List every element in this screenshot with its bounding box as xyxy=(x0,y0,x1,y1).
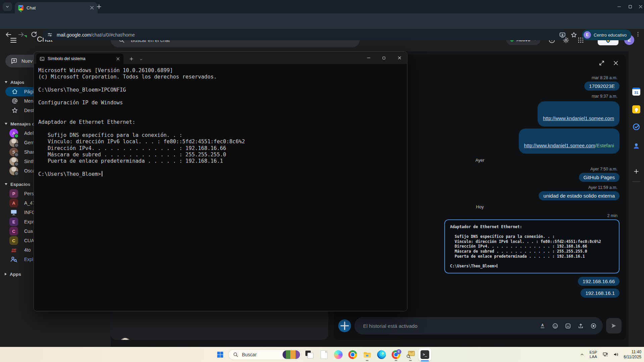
bookmark-icon[interactable] xyxy=(571,32,577,38)
network-icon[interactable] xyxy=(602,352,608,357)
compose-add-button[interactable] xyxy=(338,319,351,332)
contacts-icon[interactable] xyxy=(632,142,640,150)
sidebar-item-label: Pági xyxy=(24,89,34,94)
message-link-suffix[interactable]: /Estefani xyxy=(595,143,614,148)
star-icon xyxy=(11,107,18,114)
terminal-tab-dropdown-icon[interactable] xyxy=(139,58,143,61)
address-bar[interactable]: mail.google.com/chat/u/0/#chat/home xyxy=(42,29,566,40)
compose-bar: A xyxy=(338,317,622,334)
message-bubble[interactable]: 17092023E xyxy=(584,82,620,91)
terminal-new-tab-icon[interactable] xyxy=(129,56,134,61)
keep-icon[interactable] xyxy=(632,105,640,113)
gif-sticker-icon[interactable] xyxy=(565,323,571,329)
message-bubble[interactable]: unidad de estado solido externa xyxy=(539,191,620,200)
message-bubble[interactable]: GitHub Pages xyxy=(579,173,620,182)
install-app-icon[interactable] xyxy=(559,32,566,38)
message-input[interactable] xyxy=(362,323,533,329)
tab-close-icon[interactable] xyxy=(90,5,94,10)
message-code-block[interactable]: Adaptador de Ethernet Ethernet: Sufijo D… xyxy=(444,219,620,273)
reload-icon[interactable] xyxy=(30,31,38,38)
tasks-icon[interactable] xyxy=(632,123,640,131)
terminal-maximize-button[interactable] xyxy=(376,52,392,64)
window-minimize-button[interactable] xyxy=(617,4,622,9)
chat-list-row[interactable]: Me parece bastante bien xyxy=(111,337,328,340)
message-link-card[interactable]: http://www.kndaniel1.somee.com/Estefani xyxy=(519,128,620,154)
avatar: S xyxy=(9,148,18,156)
terminal-output[interactable]: Microsoft Windows [Versión 10.0.26100.68… xyxy=(34,64,407,311)
language-indicator[interactable]: ESP LAA xyxy=(589,350,597,359)
clock[interactable]: 11:40 6/11/2025 xyxy=(624,350,642,360)
message-bubble[interactable]: 192.168.16.66 xyxy=(578,277,620,286)
message-timestamp: mar 9:37 a.m. xyxy=(592,94,617,99)
get-addons-icon[interactable] xyxy=(633,168,640,175)
browser-tab-chat[interactable]: Chat xyxy=(15,2,98,13)
avatar xyxy=(9,157,18,166)
close-panel-icon[interactable] xyxy=(613,60,619,66)
tray-hidden-icons-chevron[interactable] xyxy=(580,352,584,357)
taskbar-notepad[interactable] xyxy=(317,348,330,361)
window-close-button[interactable] xyxy=(638,4,643,9)
taskbar-edge[interactable] xyxy=(375,348,388,361)
folder-icon xyxy=(363,350,371,359)
back-icon[interactable] xyxy=(5,31,12,38)
upload-file-icon[interactable] xyxy=(578,323,584,329)
chat-favicon-icon xyxy=(18,5,23,10)
space-avatar: P xyxy=(9,189,18,198)
taskbar-copilot[interactable] xyxy=(332,348,345,361)
terminal-tab[interactable]: Símbolo del sistema xyxy=(36,53,123,64)
calendar-icon[interactable]: 31 xyxy=(632,88,640,96)
text-format-icon[interactable]: A xyxy=(539,323,546,329)
new-chat-label: Nuev xyxy=(21,58,33,64)
new-tab-button[interactable] xyxy=(96,3,102,10)
message-bubble[interactable]: 192.168.16.1 xyxy=(581,289,620,298)
message-timestamp: mar 8:28 a.m. xyxy=(592,75,617,80)
browser-profile-name: Centro educativo xyxy=(594,33,627,38)
svg-text:A: A xyxy=(541,323,544,327)
expand-panel-icon[interactable] xyxy=(599,60,605,66)
taskbar-task-view[interactable] xyxy=(303,348,316,361)
terminal-close-button[interactable] xyxy=(392,52,407,64)
taskbar-mail-search[interactable] xyxy=(404,348,417,361)
message-input-field[interactable]: A xyxy=(354,317,603,334)
window-maximize-button[interactable] xyxy=(628,4,633,9)
taskbar-search-input[interactable] xyxy=(241,352,280,358)
taskbar-start[interactable] xyxy=(214,348,227,361)
forward-icon[interactable] xyxy=(17,31,25,38)
sidebar-item-label: Expr xyxy=(24,219,34,224)
taskbar-chrome[interactable] xyxy=(346,348,359,361)
message-link[interactable]: http://www.kndaniel1.somee.com xyxy=(524,143,595,148)
terminal-tab-close-icon[interactable] xyxy=(116,57,120,61)
emoji-icon[interactable] xyxy=(552,323,558,329)
taskbar-cmd[interactable]: >_ xyxy=(418,348,431,361)
windows-taskbar: E>_ ESP LAA 11:40 6/11/2025 xyxy=(0,347,644,362)
url-text: mail.google.com/chat/u/0/#chat/home xyxy=(57,32,135,38)
taskbar-explorer[interactable] xyxy=(361,348,374,361)
message-timestamp: Ayer 7:50 a.m. xyxy=(590,167,617,171)
avatar: A xyxy=(9,129,18,138)
command-prompt-window[interactable]: Símbolo del sistema Microsoft Windows [V… xyxy=(34,51,407,311)
site-settings-icon[interactable] xyxy=(47,32,53,38)
screen: Chat mail.google.com/chat/u/0/#chat/home… xyxy=(0,0,644,362)
browser-menu-icon[interactable] xyxy=(635,31,641,37)
message-timestamp: 2 min xyxy=(607,213,617,218)
sidebar-item-label: Cua xyxy=(24,228,33,234)
space-avatar xyxy=(9,255,18,264)
browser-profile-chip[interactable]: E Centro educativo xyxy=(582,30,631,40)
tab-search-caret-icon[interactable] xyxy=(3,2,12,11)
search-highlight-image[interactable] xyxy=(283,350,300,359)
terminal-title-bar[interactable]: Símbolo del sistema xyxy=(34,52,407,64)
at-icon xyxy=(11,98,18,104)
video-record-icon[interactable] xyxy=(590,323,597,329)
taskbar-search[interactable] xyxy=(228,348,301,361)
sidebar-item-label: Adel xyxy=(24,131,34,136)
taskbar-search-box[interactable] xyxy=(228,349,301,360)
taskbar-chrome-profile[interactable]: E xyxy=(390,348,402,361)
terminal-minimize-button[interactable] xyxy=(361,52,376,64)
volume-icon[interactable] xyxy=(613,352,619,357)
message-link-card[interactable]: http://www.kndaniel1.somee.com xyxy=(538,101,620,126)
space-avatar: 100 xyxy=(9,246,18,254)
monitor-icon xyxy=(10,209,17,216)
send-button[interactable] xyxy=(606,318,622,333)
message-link[interactable]: http://www.kndaniel1.somee.com xyxy=(543,116,614,121)
avatar xyxy=(9,166,18,175)
